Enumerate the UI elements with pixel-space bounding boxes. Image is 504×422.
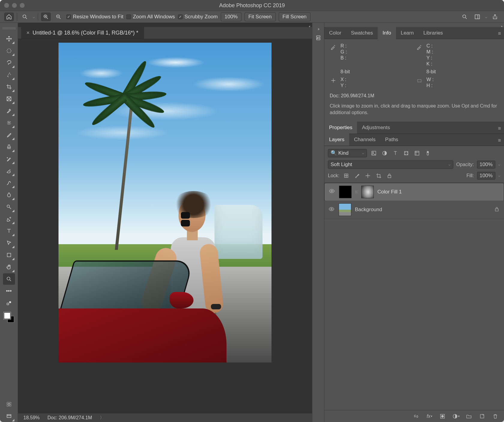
link-layers-icon[interactable]	[412, 413, 420, 420]
minimize-icon[interactable]	[12, 3, 17, 8]
tab-layers[interactable]: Layers	[324, 134, 349, 146]
hand-tool-icon[interactable]	[3, 261, 15, 273]
workspace-icon[interactable]	[472, 13, 482, 21]
lock-icon[interactable]	[494, 206, 500, 214]
quick-select-tool-icon[interactable]	[3, 69, 15, 80]
delete-layer-icon[interactable]	[491, 413, 499, 420]
brush-tool-icon[interactable]	[3, 129, 15, 141]
fill-screen-button[interactable]: Fill Screen	[279, 12, 310, 21]
tool-preset-dropdown-icon[interactable]: ⌵	[33, 15, 35, 19]
tab-swatches[interactable]: Swatches	[346, 27, 378, 39]
healing-tool-icon[interactable]	[3, 117, 15, 129]
layer-row[interactable]: ⎘ Color Fill 1	[324, 183, 504, 201]
color-swatches[interactable]	[4, 312, 14, 323]
visibility-icon[interactable]	[329, 188, 335, 196]
move-tool-icon[interactable]	[3, 33, 15, 44]
layer-thumbnail[interactable]	[339, 203, 351, 216]
tab-libraries[interactable]: Libraries	[418, 27, 448, 39]
layer-filter-select[interactable]: 🔍 Kind⌵	[328, 149, 367, 157]
adjustment-layer-icon[interactable]: ▾	[452, 413, 460, 420]
gradient-tool-icon[interactable]	[3, 177, 15, 189]
visibility-icon[interactable]	[328, 206, 335, 214]
type-tool-icon[interactable]	[3, 225, 15, 237]
search-icon[interactable]	[460, 13, 470, 21]
maximize-icon[interactable]	[20, 3, 25, 8]
lasso-tool-icon[interactable]	[3, 57, 15, 68]
fill-input[interactable]: 100%	[477, 172, 495, 180]
document-tab[interactable]: × Untitled-1 @ 18.6% (Color Fill 1, RGB/…	[21, 27, 144, 39]
new-layer-icon[interactable]	[478, 413, 486, 420]
tab-info[interactable]: Info	[378, 27, 396, 39]
layer-mask-thumbnail[interactable]	[361, 186, 374, 198]
history-panel-icon[interactable]	[315, 35, 321, 42]
shape-tool-icon[interactable]	[3, 249, 15, 261]
lock-transparency-icon[interactable]	[342, 172, 350, 179]
filter-shape-icon[interactable]	[402, 150, 410, 157]
blur-tool-icon[interactable]	[3, 189, 15, 201]
history-brush-tool-icon[interactable]	[3, 153, 15, 165]
resize-windows-checkbox[interactable]: Resize Windows to Fit	[66, 14, 123, 20]
zoom-out-icon[interactable]	[54, 13, 63, 21]
layer-name[interactable]: Background	[355, 207, 490, 213]
pen-tool-icon[interactable]	[3, 213, 15, 225]
add-mask-icon[interactable]	[439, 413, 446, 420]
layer-thumbnail[interactable]	[339, 186, 352, 198]
filter-adjust-icon[interactable]	[381, 150, 388, 157]
stamp-tool-icon[interactable]	[3, 141, 15, 153]
eraser-tool-icon[interactable]	[3, 165, 15, 177]
fit-screen-button[interactable]: Fit Screen	[244, 12, 275, 21]
layer-name[interactable]: Color Fill 1	[377, 189, 500, 195]
panel-menu-icon[interactable]: ≡	[498, 126, 501, 132]
scrubby-zoom-checkbox[interactable]: Scrubby Zoom	[178, 14, 218, 20]
panel-grip-icon[interactable]	[3, 27, 15, 29]
workspace-dropdown-icon[interactable]: ⌵	[485, 15, 487, 19]
expand-right-icon[interactable]: ››	[318, 26, 319, 31]
zoom-level[interactable]: 18.59%	[23, 415, 40, 420]
crop-tool-icon[interactable]	[3, 81, 15, 93]
new-group-icon[interactable]	[465, 413, 473, 420]
marquee-tool-icon[interactable]	[3, 45, 15, 56]
canvas[interactable]	[58, 43, 272, 363]
edit-toolbar-icon[interactable]	[3, 297, 15, 309]
filter-type-icon[interactable]	[392, 150, 399, 157]
lock-all-icon[interactable]	[386, 172, 393, 179]
tab-paths[interactable]: Paths	[380, 134, 403, 146]
tab-color[interactable]: Color	[324, 27, 346, 39]
blend-mode-select[interactable]: Soft Light⌵	[328, 160, 453, 169]
opacity-dropdown-icon[interactable]: ⌵	[498, 162, 500, 166]
lock-image-icon[interactable]	[353, 172, 361, 179]
share-icon[interactable]	[490, 13, 500, 21]
lock-artboard-icon[interactable]	[375, 172, 382, 179]
quick-mask-icon[interactable]	[3, 399, 15, 410]
tab-adjustments[interactable]: Adjustments	[357, 122, 395, 134]
more-tools-icon[interactable]: •••	[3, 285, 15, 297]
opacity-input[interactable]: 100%	[477, 161, 495, 168]
eyedropper-tool-icon[interactable]	[3, 105, 15, 117]
status-arrow-icon[interactable]: 〉	[100, 415, 104, 420]
path-select-tool-icon[interactable]	[3, 237, 15, 249]
dodge-tool-icon[interactable]	[3, 201, 15, 213]
lock-position-icon[interactable]	[364, 172, 372, 179]
zoom-tool-icon[interactable]	[3, 273, 15, 285]
layer-row[interactable]: Background	[324, 201, 504, 219]
screen-mode-icon[interactable]	[3, 411, 15, 422]
panel-menu-icon[interactable]: ≡	[498, 138, 501, 144]
zoom-in-icon[interactable]	[41, 13, 51, 21]
close-tab-icon[interactable]: ×	[26, 30, 30, 36]
home-icon[interactable]	[4, 13, 14, 21]
doc-info[interactable]: Doc: 206.9M/274.1M	[47, 415, 92, 420]
layer-fx-icon[interactable]: fx▾	[425, 413, 433, 420]
tab-learn[interactable]: Learn	[396, 27, 418, 39]
tab-channels[interactable]: Channels	[349, 134, 380, 146]
filter-toggle-icon[interactable]	[424, 150, 432, 157]
close-icon[interactable]	[4, 3, 9, 8]
panel-menu-icon[interactable]: ≡	[498, 31, 501, 37]
filter-image-icon[interactable]	[370, 150, 378, 157]
tab-properties[interactable]: Properties	[324, 122, 357, 134]
tool-preset-icon[interactable]	[20, 13, 30, 21]
filter-smart-icon[interactable]	[413, 150, 421, 157]
zoom-100-button[interactable]: 100%	[221, 12, 242, 21]
zoom-all-checkbox[interactable]: Zoom All Windows	[126, 14, 175, 20]
fill-dropdown-icon[interactable]: ⌵	[498, 174, 500, 178]
frame-tool-icon[interactable]	[3, 93, 15, 105]
